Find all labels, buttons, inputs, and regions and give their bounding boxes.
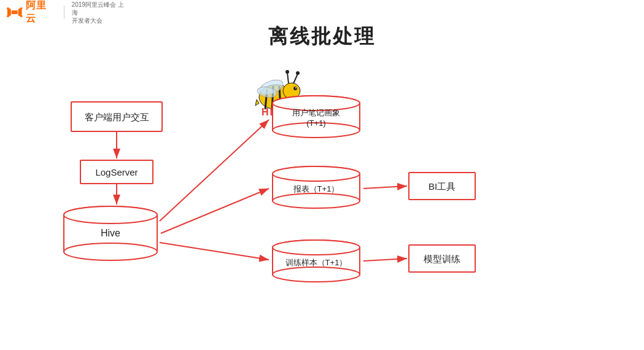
svg-rect-4 — [7, 15, 9, 17]
svg-line-47 — [160, 120, 269, 221]
logo-divider — [64, 6, 64, 19]
svg-text:Hive: Hive — [101, 228, 120, 238]
svg-point-18 — [285, 70, 289, 74]
svg-point-36 — [273, 193, 360, 208]
db-report-cylinder: 报表（T+1） — [270, 166, 362, 209]
svg-text:报表（T+1）: 报表（T+1） — [293, 184, 339, 193]
bi-box: BI工具 — [408, 172, 476, 200]
svg-point-25 — [64, 243, 157, 260]
logo-sub-text: 2019阿里云峰会 上海 开发者大会 — [72, 1, 129, 25]
header: 阿里云 2019阿里云峰会 上海 开发者大会 — [0, 0, 135, 25]
svg-rect-5 — [20, 7, 23, 9]
logo-main-text: 阿里云 — [26, 0, 56, 25]
svg-rect-3 — [7, 7, 9, 9]
svg-point-42 — [273, 240, 360, 255]
svg-point-16 — [296, 71, 300, 75]
diagram: HIVE 客户端用户交互 LogServer Hive 用户笔记画象 (T+1) — [0, 58, 644, 350]
svg-text:用户笔记画象: 用户笔记画象 — [292, 108, 340, 117]
svg-marker-21 — [255, 99, 259, 106]
svg-point-14 — [295, 87, 297, 88]
db-user-cylinder: 用户笔记画象 (T+1) — [270, 95, 362, 138]
aliyun-logo-icon — [6, 4, 23, 21]
svg-line-50 — [363, 186, 407, 189]
page-title: 离线批处理 — [0, 23, 644, 50]
svg-point-13 — [293, 87, 297, 90]
svg-point-26 — [64, 206, 157, 224]
svg-line-49 — [160, 243, 269, 260]
svg-rect-2 — [12, 10, 18, 14]
model-box: 模型训练 — [408, 244, 476, 273]
svg-line-17 — [287, 72, 289, 84]
svg-rect-0 — [7, 9, 11, 16]
client-box: 客户端用户交互 — [71, 101, 163, 132]
svg-line-48 — [161, 189, 269, 233]
db-training-cylinder: 训练样本（T+1） — [270, 239, 362, 282]
svg-line-51 — [363, 259, 407, 261]
aliyun-logo: 阿里云 — [6, 0, 56, 25]
svg-text:(T+1): (T+1) — [306, 119, 325, 128]
svg-text:训练样本（T+1）: 训练样本（T+1） — [285, 258, 347, 267]
svg-line-15 — [293, 74, 298, 84]
logo: 阿里云 2019阿里云峰会 上海 开发者大会 — [6, 0, 129, 25]
svg-point-37 — [273, 166, 360, 181]
hive-cylinder: Hive — [61, 206, 160, 261]
svg-point-41 — [273, 267, 360, 282]
logserver-box: LogServer — [80, 160, 153, 184]
svg-rect-1 — [18, 9, 22, 16]
svg-rect-6 — [20, 15, 23, 17]
